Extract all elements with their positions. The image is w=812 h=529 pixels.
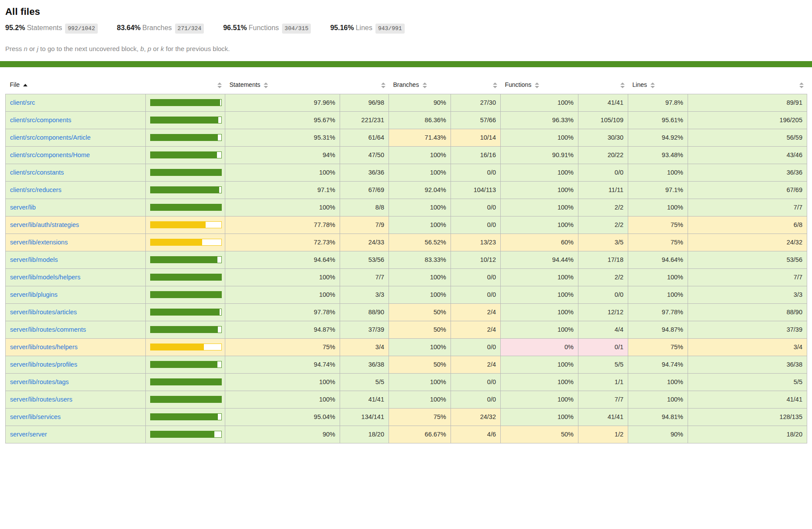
file-cell: server/lib/routes/comments (6, 321, 146, 338)
file-link[interactable]: server/lib (10, 204, 36, 211)
coverage-status-line (0, 61, 812, 67)
sort-asc-icon[interactable] (23, 82, 28, 89)
file-link[interactable]: server/lib/routes/comments (10, 326, 86, 333)
statements-fraction-cell: 53/56 (340, 251, 389, 268)
coverage-bar (150, 204, 222, 211)
coverage-bar (150, 256, 222, 263)
file-link[interactable]: server/lib/auth/strategies (10, 221, 79, 228)
coverage-bar-empty (217, 152, 221, 158)
file-link[interactable]: server/server (10, 431, 47, 438)
functions-pct-cell: 100% (501, 129, 578, 146)
statements-fraction-cell: 3/4 (340, 338, 389, 356)
file-cell: client/src/components/Article (6, 129, 146, 146)
sort-icon[interactable] (423, 82, 427, 89)
column-header-label: Branches (393, 81, 419, 88)
report-header: All files 95.2%Statements992/104283.64%B… (0, 0, 812, 52)
lines-fraction-cell: 7/7 (688, 268, 807, 286)
branches-pct-cell: 71.43% (389, 129, 451, 146)
column-header-file[interactable]: File (6, 76, 146, 94)
coverage-bar-empty (219, 187, 221, 193)
file-link[interactable]: client/src/reducers (10, 186, 62, 193)
column-header-statements_raw[interactable] (340, 76, 389, 94)
file-link[interactable]: server/lib/routes/helpers (10, 344, 78, 350)
branches-pct-cell: 50% (389, 321, 451, 338)
file-link[interactable]: client/src/components (10, 117, 71, 124)
coverage-bar-fill (151, 309, 220, 315)
statements-pct-cell: 90% (225, 426, 340, 443)
coverage-bar-fill (151, 292, 221, 298)
coverage-bar-cell (146, 338, 225, 356)
table-row: client/src/reducers97.1%67/6992.04%104/1… (6, 181, 807, 199)
file-link[interactable]: server/lib/extensions (10, 239, 68, 246)
functions-fraction-cell: 20/22 (578, 146, 628, 164)
file-link[interactable]: server/lib/routes/tags (10, 378, 69, 385)
column-header-branches[interactable]: Branches (389, 76, 451, 94)
coverage-bar-fill (151, 414, 218, 420)
column-header-lines[interactable]: Lines (628, 76, 688, 94)
file-link[interactable]: server/lib/models (10, 256, 58, 263)
file-link[interactable]: server/lib/routes/profiles (10, 361, 77, 368)
file-link[interactable]: client/src (10, 99, 35, 106)
coverage-bar-empty (220, 309, 221, 315)
coverage-bar-fill (151, 117, 218, 123)
statements-pct-cell: 100% (225, 199, 340, 216)
lines-pct-cell: 75% (628, 234, 688, 251)
file-cell: server/lib/services (6, 408, 146, 426)
hint-key: n (24, 45, 28, 52)
coverage-bar (150, 186, 222, 193)
branches-fraction-cell: 24/32 (451, 408, 501, 426)
sort-icon[interactable] (264, 82, 268, 89)
statements-fraction-cell: 3/3 (340, 286, 389, 303)
column-header-functions[interactable]: Functions (501, 76, 578, 94)
file-link[interactable]: server/lib/routes/articles (10, 309, 77, 316)
coverage-bar-empty (204, 344, 222, 350)
file-link[interactable]: server/lib/services (10, 413, 61, 420)
sort-icon[interactable] (217, 82, 222, 89)
sort-icon[interactable] (493, 82, 497, 89)
lines-fraction-cell: 36/36 (688, 164, 807, 181)
file-cell: client/src/components (6, 111, 146, 129)
branches-fraction-cell: 104/113 (451, 181, 501, 199)
coverage-bar-cell (146, 268, 225, 286)
sort-icon[interactable] (650, 82, 655, 89)
functions-pct-cell: 100% (501, 303, 578, 321)
table-row: client/src97.96%96/9890%27/30100%41/4197… (6, 94, 807, 111)
column-header-branches_raw[interactable] (451, 76, 501, 94)
summary-stat-fraction: 271/324 (175, 24, 204, 34)
branches-pct-cell: 100% (389, 216, 451, 234)
branches-pct-cell: 92.04% (389, 181, 451, 199)
branches-fraction-cell: 0/0 (451, 164, 501, 181)
sort-icon[interactable] (381, 82, 385, 89)
file-cell: server/server (6, 426, 146, 443)
file-cell: server/lib/models (6, 251, 146, 268)
coverage-table: FileStatementsBranchesFunctionsLines cli… (5, 76, 807, 443)
coverage-table-wrap: FileStatementsBranchesFunctionsLines cli… (0, 67, 812, 443)
coverage-bar-fill (151, 274, 221, 280)
functions-pct-cell: 100% (501, 391, 578, 408)
sort-icon[interactable] (535, 82, 539, 89)
file-link[interactable]: client/src/components/Home (10, 151, 90, 158)
table-row: client/src/components/Article95.31%61/64… (6, 129, 807, 146)
file-link[interactable]: server/lib/routes/users (10, 396, 72, 403)
lines-pct-cell: 93.48% (628, 146, 688, 164)
file-link[interactable]: server/lib/plugins (10, 291, 58, 298)
sort-icon[interactable] (620, 82, 625, 89)
column-header-functions_raw[interactable] (578, 76, 628, 94)
file-link[interactable]: client/src/components/Article (10, 134, 91, 141)
file-link[interactable]: server/lib/models/helpers (10, 274, 80, 281)
branches-fraction-cell: 2/4 (451, 303, 501, 321)
statements-fraction-cell: 47/50 (340, 146, 389, 164)
column-header-lines_raw[interactable] (688, 76, 807, 94)
column-header-statements[interactable]: Statements (225, 76, 340, 94)
lines-pct-cell: 100% (628, 391, 688, 408)
branches-fraction-cell: 2/4 (451, 356, 501, 373)
statements-pct-cell: 95.31% (225, 129, 340, 146)
file-link[interactable]: client/src/constants (10, 169, 64, 176)
lines-fraction-cell: 43/46 (688, 146, 807, 164)
coverage-bar-fill (151, 326, 218, 333)
sort-icon[interactable] (799, 82, 804, 89)
column-header-pic[interactable] (146, 76, 225, 94)
coverage-bar-empty (218, 117, 221, 123)
branches-fraction-cell: 13/23 (451, 234, 501, 251)
lines-fraction-cell: 196/205 (688, 111, 807, 129)
